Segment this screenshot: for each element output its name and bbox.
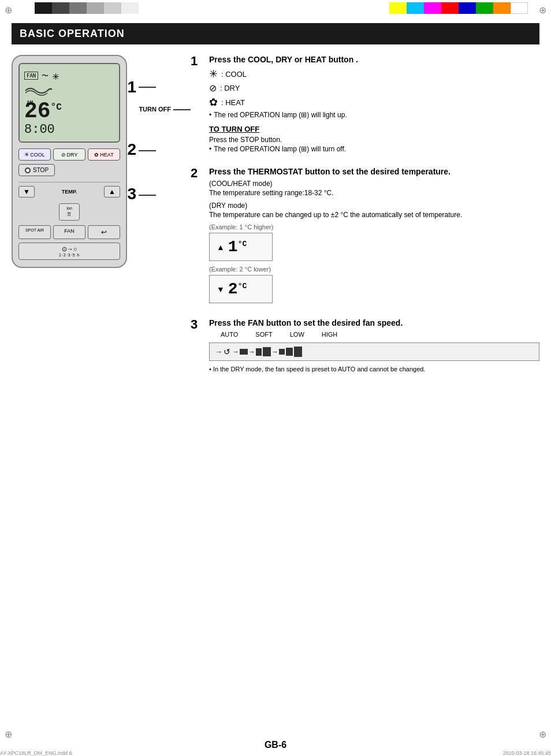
turn-off-bullet: The red OPERATION lamp (⊞) will turn off… <box>209 145 539 153</box>
spot-air-button[interactable]: SPOT AIR <box>18 225 51 239</box>
annotation-step3: 3 <box>127 185 156 203</box>
heat-mode-icon: ✿ <box>209 96 218 109</box>
swatch-lightgray <box>87 2 104 14</box>
reg-mark-br: ⊕ <box>539 729 546 740</box>
screen-temperature: 26 °C <box>24 100 114 122</box>
reg-mark-bl: ⊕ <box>5 729 12 740</box>
temp-up-icon: ▲ <box>109 188 116 196</box>
stop-label: STOP <box>33 167 49 173</box>
fan-seg-arrow2: → <box>248 348 255 356</box>
timer-button[interactable]: ⊙→○ 1·2·3·5 h <box>18 243 120 260</box>
heat-mode-item: ✿ : HEAT <box>209 96 539 109</box>
step-3-title: Press the FAN button to set the desired … <box>209 318 539 327</box>
fan-label-high: HIGH <box>322 331 338 338</box>
swatch-cyan <box>407 2 424 14</box>
stop-button[interactable]: STOP <box>18 164 55 176</box>
temp-down-arrow: ▼ <box>217 285 225 294</box>
fan-button[interactable]: FAN <box>53 225 85 239</box>
fan-label: FAN <box>24 72 38 80</box>
step-1-number: 1 <box>191 54 204 157</box>
turn-off-title: TO TURN OFF <box>209 125 539 133</box>
color-bar <box>0 0 551 16</box>
step-1-content: Press the COOL, DRY or HEAT button . ✳ :… <box>209 55 539 157</box>
annotation-turnoff: TURN OFF <box>139 106 191 113</box>
step-3-content: Press the FAN button to set the desired … <box>209 318 539 373</box>
page-number: GB-6 <box>265 740 286 750</box>
step-1: 1 Press the COOL, DRY or HEAT button . ✳… <box>191 55 539 157</box>
mode-buttons-row: ✳ COOL ⊘ DRY ✿ HEAT <box>18 148 120 161</box>
example1-label: (Example: 1 °C higher) <box>209 224 539 230</box>
cool-mode-icon: ✳ <box>209 68 218 80</box>
stop-circle-icon <box>25 167 31 173</box>
fan-speed-section: AUTO SOFT LOW HIGH → ↺ → → <box>209 331 539 361</box>
heat-button[interactable]: ✿ HEAT <box>88 148 120 161</box>
screen-wave-icon: 〜 <box>42 71 49 81</box>
fan-high-seg3 <box>294 347 302 357</box>
cool-label: COOL <box>30 152 45 158</box>
ion-button-wrapper: Ion ⠿ <box>18 203 120 221</box>
dry-icon: ⊘ <box>61 152 66 158</box>
main-layout: FAN 〜 ✳ 26 °C <box>12 55 539 730</box>
timer-hours-label: 1·2·3·5 h <box>21 253 117 257</box>
annotation-step2: 2 <box>127 140 156 159</box>
step-2-content: Press the THERMOSTAT button to set the d… <box>209 167 539 308</box>
screen-snowflake-icon: ✳ <box>52 69 59 83</box>
example1-box: ▲ 1 °C <box>209 233 273 261</box>
swatch-darkgray <box>52 2 69 14</box>
example2-unit: °C <box>238 282 247 291</box>
cool-mode-label: : COOL <box>221 70 247 79</box>
example1-display: 1 °C <box>228 238 247 256</box>
swatch-silver <box>104 2 121 14</box>
dry-mode-label: (DRY mode) <box>209 202 539 210</box>
fan-low-seg1 <box>256 348 262 356</box>
dry-mode-icon: ⊘ <box>209 83 217 94</box>
swatch-blue <box>459 2 476 14</box>
page-footer: GB-6 <box>0 740 551 750</box>
dry-button[interactable]: ⊘ DRY <box>53 148 85 161</box>
swatch-nearwhite <box>121 2 139 14</box>
step-1-title: Press the COOL, DRY or HEAT button . <box>209 55 539 64</box>
reg-mark-tl: ⊕ <box>5 5 12 16</box>
dry-text: The temperature can be changed up to ±2 … <box>209 211 539 219</box>
remote-screen: FAN 〜 ✳ 26 °C <box>18 63 120 143</box>
footer-date-info: 2010-03-18 16:45:45 <box>502 750 551 756</box>
temp-label: TEMP. <box>37 189 102 195</box>
fan-seg-arrow1: → <box>232 348 239 356</box>
cool-button[interactable]: ✳ COOL <box>18 148 51 161</box>
screen-am-label: AM <box>27 100 33 106</box>
fan-auto-icon: ↺ <box>224 347 230 356</box>
cool-heat-range: The temperature setting range:18-32 °C. <box>209 189 539 197</box>
swatch-black <box>35 2 52 14</box>
step-3-number: 3 <box>191 317 204 373</box>
instructions-section: 1 Press the COOL, DRY or HEAT button . ✳… <box>185 55 539 730</box>
swatch-orange <box>493 2 511 14</box>
dry-mode-item: ⊘ : DRY <box>209 83 539 94</box>
fan-label-auto: AUTO <box>221 331 238 338</box>
example2-label: (Example: 2 °C lower) <box>209 266 539 273</box>
screen-top-row: FAN 〜 ✳ <box>24 69 114 83</box>
fan-speed-labels: AUTO SOFT LOW HIGH <box>209 331 539 338</box>
swing-button[interactable]: ↩ <box>88 225 120 239</box>
dry-label: DRY <box>67 152 78 158</box>
ion-button[interactable]: Ion ⠿ <box>59 203 80 221</box>
screen-temp-unit: °C <box>51 103 62 112</box>
example1-unit: °C <box>238 240 247 248</box>
swatch-green <box>476 2 493 14</box>
step-2-number: 2 <box>191 166 204 308</box>
remote-section: FAN 〜 ✳ 26 °C <box>12 55 173 730</box>
turn-off-text: Press the STOP button. <box>209 136 539 144</box>
cool-heat-mode-label: (COOL/HEAT mode) <box>209 180 539 188</box>
annotation-step1: 1 <box>127 78 156 96</box>
dry-mode-label: : DRY <box>220 84 240 92</box>
step1-bullet1: The red OPERATION lamp (⊞) will light up… <box>209 111 539 119</box>
fan-high-seg2 <box>286 348 293 356</box>
fan-seg-arrow3: → <box>271 348 278 356</box>
fan-label-btn: FAN <box>64 228 75 234</box>
fan-soft-seg <box>240 349 248 355</box>
footer-file-info: AY-XPC18LR_OM_ENG.indd 6 <box>0 750 72 756</box>
swatch-magenta <box>424 2 441 14</box>
screen-airflow-icon <box>24 85 114 98</box>
temp-down-button[interactable]: ▼ <box>18 186 35 198</box>
remote-divider <box>18 182 120 183</box>
temp-up-button[interactable]: ▲ <box>104 186 120 198</box>
